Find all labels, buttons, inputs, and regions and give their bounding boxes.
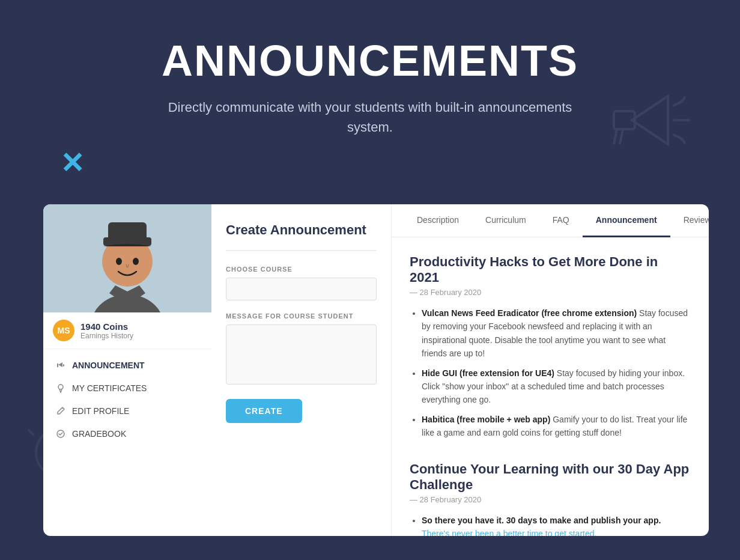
tab-announcement[interactable]: Announcement — [583, 204, 670, 237]
view-panel: Description Curriculum FAQ Announcement … — [392, 204, 709, 536]
announcement-title-2: Continue Your Learning with our 30 Day A… — [410, 461, 691, 493]
edit-icon — [55, 406, 66, 416]
announcement-icon — [55, 360, 66, 371]
list-item-bold: Vulcan News Feed Eradicator (free chrome… — [422, 308, 637, 318]
coin-initials: MS — [58, 326, 70, 335]
nav-item-announcement[interactable]: ANNOUNCEMENT — [43, 354, 211, 377]
announcement-list-2: So there you have it. 30 days to make an… — [410, 514, 691, 536]
create-divider — [226, 250, 377, 251]
nav-item-edit-profile[interactable]: EDIT PROFILE — [43, 400, 211, 422]
svg-point-17 — [58, 385, 63, 389]
message-label: MESSAGE FOR COURSE STUDENT — [226, 312, 377, 320]
main-content: MS 1940 Coins Earnings History ANNOUNCEM… — [43, 204, 709, 536]
user-navigation: ANNOUNCEMENT MY CERTIFICATES EDIT PRO — [43, 349, 211, 450]
tab-reviews[interactable]: Reviews — [670, 204, 709, 237]
message-textarea[interactable] — [226, 324, 377, 385]
page-subtitle: Directly communicate with your students … — [166, 97, 574, 137]
svg-line-7 — [29, 430, 33, 434]
coins-amount: 1940 Coins — [80, 321, 133, 332]
avatar-image — [43, 204, 211, 312]
choose-course-label: CHOOSE COURSE — [226, 266, 377, 273]
close-x-icon[interactable]: ✕ — [60, 149, 84, 178]
course-tabs: Description Curriculum FAQ Announcement … — [392, 204, 709, 237]
gradebook-icon — [55, 428, 66, 439]
nav-label-gradebook: GRADEBOOK — [72, 429, 126, 439]
create-announcement-panel: Create Announcement CHOOSE COURSE MESSAG… — [211, 204, 392, 536]
announcement-content: Productivity Hacks to Get More Done in 2… — [392, 237, 709, 536]
list-item: Habitica (free mobile + web app) Gamify … — [422, 413, 691, 440]
list-item: Hide GUI (free extension for UE4) Stay f… — [422, 367, 691, 407]
tab-description[interactable]: Description — [404, 204, 472, 237]
list-item-bold: So there you have it. 30 days to make an… — [422, 516, 661, 525]
certificate-icon — [55, 383, 66, 394]
announcement-item-2: Continue Your Learning with our 30 Day A… — [410, 461, 691, 536]
list-item: Vulcan News Feed Eradicator (free chrome… — [422, 306, 691, 361]
announcement-item-1: Productivity Hacks to Get More Done in 2… — [410, 254, 691, 440]
user-coins-row: MS 1940 Coins Earnings History — [43, 312, 211, 349]
nav-label-edit-profile: EDIT PROFILE — [72, 406, 129, 416]
list-item: So there you have it. 30 days to make an… — [422, 514, 691, 536]
svg-rect-13 — [108, 222, 147, 242]
earnings-history-link[interactable]: Earnings History — [80, 332, 133, 340]
create-panel-title: Create Announcement — [226, 222, 377, 238]
create-button[interactable]: CREATE — [226, 399, 302, 423]
avatar — [43, 204, 211, 312]
nav-label-certificates: MY CERTIFICATES — [72, 383, 147, 393]
tab-faq[interactable]: FAQ — [539, 204, 583, 237]
nav-label-announcement: ANNOUNCEMENT — [72, 361, 145, 370]
announcement-list-1: Vulcan News Feed Eradicator (free chrome… — [410, 306, 691, 440]
page-title: ANNOUNCEMENTS — [12, 36, 728, 85]
announcement-date-2: — 28 February 2020 — [410, 495, 691, 504]
tab-curriculum[interactable]: Curriculum — [472, 204, 539, 237]
list-item-bold: Hide GUI (free extension for UE4) — [422, 368, 554, 378]
announcement-date-1: — 28 February 2020 — [410, 288, 691, 297]
list-item-bold: Habitica (free mobile + web app) — [422, 415, 550, 424]
nav-item-certificates[interactable]: MY CERTIFICATES — [43, 377, 211, 400]
svg-rect-16 — [63, 364, 64, 367]
list-item-text: There's never been a better time to get … — [422, 529, 596, 536]
coin-icon: MS — [53, 320, 74, 341]
course-select-input[interactable] — [226, 278, 377, 300]
header: ANNOUNCEMENTS Directly communicate with … — [0, 0, 740, 155]
user-panel: MS 1940 Coins Earnings History ANNOUNCEM… — [43, 204, 211, 536]
svg-point-14 — [116, 258, 122, 265]
svg-point-15 — [133, 258, 139, 265]
nav-item-gradebook[interactable]: GRADEBOOK — [43, 422, 211, 445]
announcement-title-1: Productivity Hacks to Get More Done in 2… — [410, 254, 691, 285]
